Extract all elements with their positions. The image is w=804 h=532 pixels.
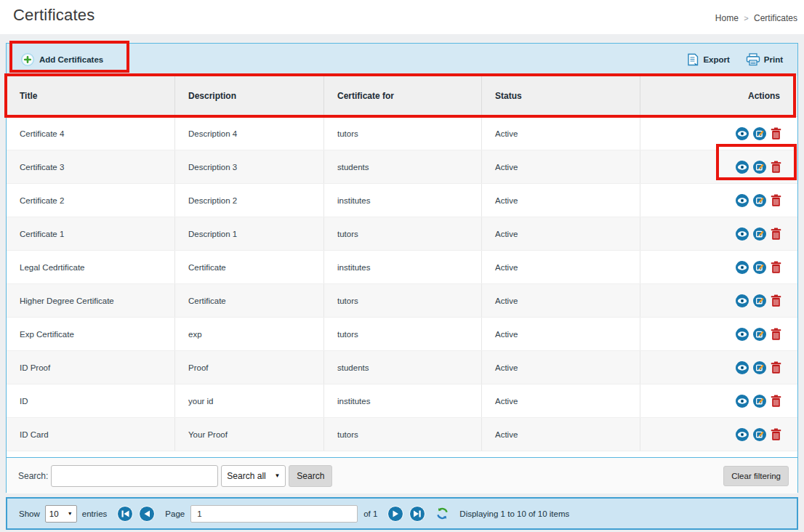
breadcrumb-home-link[interactable]: Home (715, 13, 739, 23)
page-count-label: of 1 (363, 509, 377, 518)
cell-status: Active (482, 117, 640, 150)
delete-icon[interactable] (771, 261, 781, 274)
cell-certificate-for: tutors (324, 284, 482, 317)
search-bar: Search: Search all ▼ Search Clear filter… (7, 457, 797, 493)
cell-description: Your Proof (175, 418, 324, 451)
search-label: Search: (18, 471, 48, 481)
cell-title: ID Card (7, 418, 175, 451)
entries-per-page-select[interactable]: 10 ▼ (45, 505, 77, 523)
cell-actions (640, 184, 797, 217)
view-icon[interactable] (736, 294, 749, 307)
cell-certificate-for: tutors (324, 217, 482, 250)
chevron-down-icon: ▼ (274, 472, 280, 479)
table-row: ID Card Your Proof tutors Active (7, 418, 797, 451)
table-row: Certificate 1 Description 1 tutors Activ… (7, 217, 797, 251)
last-page-button[interactable] (409, 506, 425, 522)
column-header-actions: Actions (640, 76, 797, 116)
cell-title: Exp Certificate (7, 318, 175, 350)
view-icon[interactable] (736, 328, 749, 341)
cell-description: Description 1 (175, 217, 324, 250)
breadcrumb: Home > Certificates (715, 13, 797, 23)
view-icon[interactable] (736, 127, 749, 140)
first-page-button[interactable] (117, 506, 133, 522)
cell-status: Active (482, 150, 640, 183)
cell-title: Higher Degree Certificate (7, 284, 175, 317)
add-certificates-label: Add Certificates (39, 55, 103, 64)
refresh-icon[interactable] (435, 507, 449, 520)
cell-certificate-for: students (324, 150, 482, 183)
delete-icon[interactable] (771, 428, 781, 441)
export-button[interactable]: Export (687, 53, 729, 67)
cell-description: your id (175, 384, 324, 417)
delete-icon[interactable] (771, 227, 781, 241)
delete-icon[interactable] (771, 328, 781, 341)
cell-certificate-for: institutes (324, 384, 482, 417)
pagination-bar: Show 10 ▼ entries Page of 1 Displaying 1… (6, 497, 798, 530)
delete-icon[interactable] (771, 294, 781, 307)
cell-title: Certificate 1 (7, 217, 175, 250)
cell-title: Certificate 4 (7, 117, 175, 150)
edit-icon[interactable] (753, 161, 766, 174)
entries-label: entries (82, 509, 108, 518)
toolbar-right: Export Print (687, 53, 783, 67)
view-icon[interactable] (736, 194, 749, 207)
cell-actions (640, 150, 797, 183)
page-label: Page (165, 509, 185, 518)
search-input[interactable] (51, 465, 218, 487)
view-icon[interactable] (736, 261, 749, 274)
delete-icon[interactable] (771, 361, 781, 374)
next-page-button[interactable] (387, 506, 403, 522)
table-bottom-spacer (7, 451, 797, 457)
edit-icon[interactable] (753, 395, 766, 408)
edit-icon[interactable] (753, 294, 766, 307)
edit-icon[interactable] (753, 227, 766, 241)
edit-icon[interactable] (753, 194, 766, 207)
chevron-down-icon: ▼ (68, 511, 73, 516)
edit-icon[interactable] (753, 328, 766, 341)
show-label: Show (19, 509, 40, 518)
delete-icon[interactable] (771, 161, 781, 174)
entries-per-page-value: 10 (49, 509, 59, 518)
print-label: Print (764, 55, 783, 64)
cell-description: exp (175, 318, 324, 350)
view-icon[interactable] (736, 161, 749, 174)
displaying-status-text: Displaying 1 to 10 of 10 items (459, 509, 569, 518)
breadcrumb-current: Certificates (754, 13, 797, 23)
view-icon[interactable] (736, 227, 749, 241)
search-button[interactable]: Search (289, 465, 332, 487)
cell-status: Active (482, 418, 640, 451)
cell-actions (640, 318, 797, 350)
cell-actions (640, 284, 797, 317)
edit-icon[interactable] (753, 127, 766, 140)
view-icon[interactable] (736, 395, 749, 408)
cell-title: ID Proof (7, 351, 175, 384)
edit-icon[interactable] (753, 428, 766, 441)
cell-title: Certificate 2 (7, 184, 175, 217)
edit-icon[interactable] (753, 261, 766, 274)
search-filter-select[interactable]: Search all ▼ (221, 465, 286, 487)
cell-status: Active (482, 284, 640, 317)
edit-icon[interactable] (753, 361, 766, 374)
export-label: Export (703, 55, 729, 64)
table-row: ID your id institutes Active (7, 384, 797, 418)
cell-description: Description 4 (175, 117, 324, 150)
cell-actions (640, 251, 797, 283)
table-row: ID Proof Proof students Active (7, 351, 797, 384)
delete-icon[interactable] (771, 127, 781, 140)
table-body: Certificate 4 Description 4 tutors Activ… (7, 117, 797, 451)
delete-icon[interactable] (771, 194, 781, 207)
view-icon[interactable] (736, 428, 749, 441)
column-header-certificate-for: Certificate for (324, 76, 482, 116)
add-certificates-button[interactable]: Add Certificates (21, 53, 103, 66)
clear-filtering-button[interactable]: Clear filtering (723, 466, 789, 486)
cell-certificate-for: tutors (324, 117, 482, 150)
print-button[interactable]: Print (746, 53, 783, 66)
delete-icon[interactable] (771, 395, 781, 408)
cell-description: Certificate (175, 284, 324, 317)
cell-certificate-for: institutes (324, 184, 482, 217)
view-icon[interactable] (736, 361, 749, 374)
page-number-input[interactable] (190, 505, 358, 523)
cell-description: Certificate (175, 251, 324, 283)
previous-page-button[interactable] (139, 506, 155, 522)
cell-title: ID (7, 384, 175, 417)
